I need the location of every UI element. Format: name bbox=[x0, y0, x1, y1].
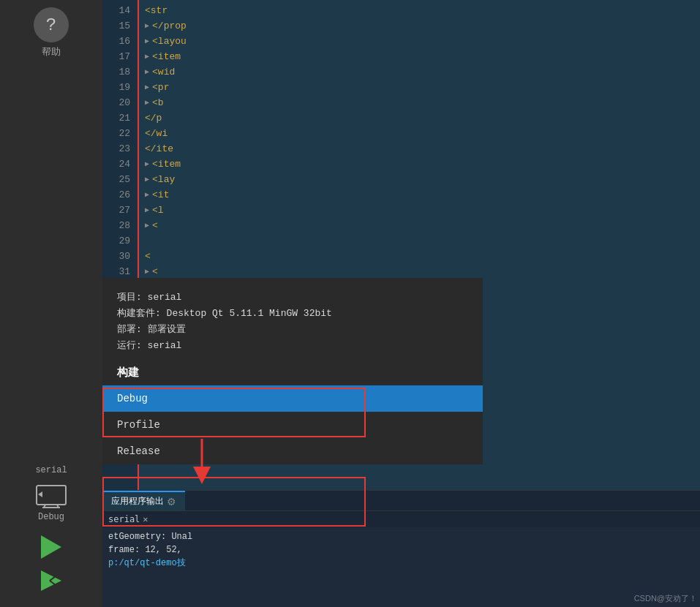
project-label: serial bbox=[0, 462, 102, 478]
code-line-31: ▶< bbox=[145, 264, 700, 279]
watermark: CSDN@安劝了！ bbox=[634, 593, 697, 604]
output-line-2: frame: 12, 52, bbox=[108, 543, 694, 557]
project-deploy: 部署: 部署设置 bbox=[117, 322, 468, 338]
line-num-21: 21 bbox=[102, 110, 135, 126]
help-section: ? 帮助 bbox=[34, 7, 69, 59]
debug-run-icon bbox=[38, 568, 64, 594]
code-line-17: ▶<item bbox=[145, 49, 700, 64]
code-line-14: <str bbox=[145, 3, 700, 18]
project-kit: 构建套件: Desktop Qt 5.11.1 MinGW 32bit bbox=[117, 306, 468, 322]
svg-marker-5 bbox=[41, 570, 61, 591]
line-num-30: 30 bbox=[102, 249, 135, 264]
project-name: 项目: serial bbox=[117, 290, 468, 306]
overlay-panel: 项目: serial 构建套件: Desktop Qt 5.11.1 MinGW… bbox=[102, 278, 483, 464]
run-triangle-icon bbox=[41, 535, 61, 559]
build-header: 构建 bbox=[102, 363, 483, 385]
output-panel: 应用程序输出 ⚙ serial ✕ etGeometry: Unal frame… bbox=[102, 490, 700, 607]
output-link[interactable]: p:/qt/qt-demo技 bbox=[108, 558, 186, 568]
code-line-18: ▶<wid bbox=[145, 64, 700, 80]
code-line-26: ▶<it bbox=[145, 187, 700, 203]
tab-app-output-label: 应用程序输出 bbox=[111, 495, 164, 508]
code-line-24: ▶<item bbox=[145, 157, 700, 172]
code-line-19: ▶<pr bbox=[145, 80, 700, 95]
line-num-23: 23 bbox=[102, 141, 135, 157]
menu-item-debug[interactable]: Debug bbox=[102, 385, 483, 412]
serial-tab-close[interactable]: ✕ bbox=[143, 514, 148, 524]
code-line-15: ▶</prop bbox=[145, 18, 700, 34]
serial-tab-bar: serial ✕ bbox=[102, 511, 700, 527]
help-label: 帮助 bbox=[42, 45, 61, 59]
code-line-22: </wi bbox=[145, 126, 700, 141]
code-line-20: ▶<b bbox=[145, 95, 700, 110]
line-num-20: 20 bbox=[102, 95, 135, 110]
line-num-16: 16 bbox=[102, 34, 135, 49]
device-item[interactable]: Debug bbox=[0, 478, 102, 528]
code-line-21: </p bbox=[145, 110, 700, 126]
code-line-27: ▶<l bbox=[145, 203, 700, 218]
output-line-1: etGeometry: Unal bbox=[108, 530, 694, 543]
menu-item-profile[interactable]: Profile bbox=[102, 412, 483, 438]
code-line-29 bbox=[145, 233, 700, 249]
debug-run-button[interactable] bbox=[37, 566, 66, 595]
line-num-14: 14 bbox=[102, 3, 135, 18]
line-num-28: 28 bbox=[102, 218, 135, 233]
menu-item-release[interactable]: Release bbox=[102, 438, 483, 464]
output-tabs: 应用程序输出 ⚙ bbox=[102, 491, 700, 511]
code-line-16: ▶<layou bbox=[145, 34, 700, 49]
monitor-icon bbox=[35, 484, 67, 509]
project-run: 运行: serial bbox=[117, 338, 468, 354]
output-content: etGeometry: Unal frame: 12, 52, p:/qt/qt… bbox=[102, 527, 700, 607]
svg-marker-4 bbox=[38, 491, 42, 497]
device-label: Debug bbox=[38, 512, 64, 522]
code-line-23: </ite bbox=[145, 141, 700, 157]
code-line-30: < bbox=[145, 249, 700, 264]
line-num-24: 24 bbox=[102, 157, 135, 172]
tab-app-output[interactable]: 应用程序输出 ⚙ bbox=[102, 491, 185, 510]
code-line-28: ▶< bbox=[145, 218, 700, 233]
line-num-19: 19 bbox=[102, 80, 135, 95]
serial-tab-label: serial bbox=[108, 514, 140, 524]
line-num-17: 17 bbox=[102, 49, 135, 64]
run-button[interactable] bbox=[37, 532, 66, 562]
sidebar-bottom: serial Debug bbox=[0, 462, 102, 607]
line-num-31: 31 bbox=[102, 264, 135, 279]
line-num-25: 25 bbox=[102, 172, 135, 187]
output-tab-icon: ⚙ bbox=[167, 496, 176, 508]
line-num-29: 29 bbox=[102, 233, 135, 249]
line-num-26: 26 bbox=[102, 187, 135, 203]
output-line-3: p:/qt/qt-demo技 bbox=[108, 557, 694, 570]
line-num-22: 22 bbox=[102, 126, 135, 141]
code-line-25: ▶<lay bbox=[145, 172, 700, 187]
project-info: 项目: serial 构建套件: Desktop Qt 5.11.1 MinGW… bbox=[102, 278, 483, 363]
line-num-18: 18 bbox=[102, 64, 135, 80]
help-icon[interactable]: ? bbox=[34, 7, 69, 42]
line-num-15: 15 bbox=[102, 18, 135, 34]
sidebar: ? 帮助 serial Debug bbox=[0, 0, 102, 607]
line-num-27: 27 bbox=[102, 203, 135, 218]
